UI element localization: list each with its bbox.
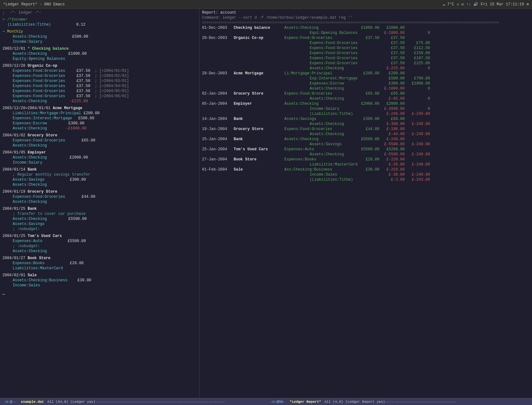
r2-row7: Assets:Checking £-225.00 0 xyxy=(202,66,529,71)
r2-row3: Expens:Food:Groceries £37.50 £112.50 xyxy=(202,46,529,51)
tx1-header: 2003/12/01 * Checking balance xyxy=(3,46,197,51)
tx10-header: 2004/01/27 Book Store xyxy=(3,256,197,261)
r10-row2: Liabilitie:MasterCard £-20.00 £-240.00 xyxy=(202,162,529,167)
ledger-header: ; -*- ledger -*- xyxy=(3,10,197,15)
email-icon[interactable]: ✉ xyxy=(461,2,464,7)
tx8-nobudget: ; :nobudget: xyxy=(3,227,197,232)
tx11-header: 2004/02/01 Sale xyxy=(3,273,197,278)
tx11-business: Assets:Checking:Business£30.00 xyxy=(3,278,197,283)
r11-row3: (Liabilities:Tithe) £-3.60 £-243.60 xyxy=(202,177,529,182)
tx2-g1: Expenses:Food:Groceries£37.50 ; [=2004/0… xyxy=(3,68,197,73)
monthly-section: ~ Monthly xyxy=(3,29,197,34)
r9-row1: 25-Jan-2004Tom's Used Cars Expenses:Auto… xyxy=(202,147,529,152)
separator: ========================================… xyxy=(202,20,529,25)
statusbar-right: -U:@%%- *Ledger Report* All (4,0) (Ledge… xyxy=(263,400,529,404)
tx2-g6: Expenses:Food:Groceries£37.50 ; [=2004/0… xyxy=(3,94,197,99)
income-section: = /^Income/ xyxy=(3,17,197,22)
tx5-header: 2004/01/05 Employer xyxy=(3,150,197,155)
window-title: *Ledger Report* - GNU Emacs xyxy=(3,2,65,7)
tx1-checking: Assets:Checking£1000.00 xyxy=(3,51,197,56)
r7-row2: Assets:Checking £-44.00 £-240.00 xyxy=(202,132,529,137)
tx2-g5: Expenses:Food:Groceries£37.50 ; [=2004/0… xyxy=(3,89,197,94)
r3-row4: Assets:Checking £-1000.00 0 xyxy=(202,86,529,91)
r2-row2: Expens:Food:Groceries £37.50 £75.00 xyxy=(202,40,529,46)
weather-display: ☁ 7°C xyxy=(443,2,454,7)
r4-row1: 02-Jan-2004Grocery Store Expens:Food:Gro… xyxy=(202,91,529,96)
tx6-checking: Assets:Checking xyxy=(3,182,197,187)
r10-row1: 27-Jan-2004Book Store Expenses:Books £20… xyxy=(202,157,529,162)
mode-left: -U:@-- xyxy=(3,400,18,404)
tx3-escrow: Expenses:Escrow£300.00 xyxy=(3,121,197,126)
r2-row5: Expens:Food:Groceries £37.50 £187.50 xyxy=(202,56,529,61)
right-pane: Report: account Command: ledger --sort d… xyxy=(200,9,532,398)
r7-row1: 19-Jan-2004Grocery Store Expens:Food:Gro… xyxy=(202,127,529,132)
tx6-savings: Assets:Savings£300.00 xyxy=(3,177,197,182)
tx2-header: 2003/12/20 Organic Co-op xyxy=(3,63,197,68)
r11-row1: 01-Feb-2004Sale Ass:Checking:Business £3… xyxy=(202,167,529,172)
tx3-checking: Assets:Checking-£1000.00 xyxy=(3,126,197,131)
command-line: Command: ledger --sort d -f /home/borbus… xyxy=(202,15,529,20)
tx9-nobudget: ; :nobudget: xyxy=(3,244,197,249)
tx9-checking: Assets:Checking xyxy=(3,249,197,254)
tx8-checking: Assets:Checking£5500.00 xyxy=(3,216,197,221)
r9-row2: Assets:Checking £-5500.00 £-240.00 xyxy=(202,152,529,157)
r2-row4: Expens:Food:Groceries £37.50 £150.00 xyxy=(202,51,529,56)
tx10-mastercard: Liabilities:MasterCard xyxy=(3,266,197,271)
position-right: All (4,0) (Ledger Report yas)-----------… xyxy=(324,400,456,404)
r3-row2: Exp:Interest:Mortgage £500.00 £700.00 xyxy=(202,76,529,81)
statusbar-left: -U:@-- example.dat All (64,0) (Ledger ya… xyxy=(3,400,263,404)
r2-row1: 20-Dec-2003Organic Co-op Expens:Food:Gro… xyxy=(202,35,529,40)
report-label: Report: account xyxy=(202,10,529,15)
r8-row2: Assets:Savings £-5500.00 £-240.00 xyxy=(202,142,529,147)
tx2-g4: Expenses:Food:Groceries£37.50 ; [=2004/0… xyxy=(3,84,197,89)
tx8-savings: Assets:Savings xyxy=(3,221,197,227)
tx2-checking: Assets:Checking-£225.00 xyxy=(3,99,197,104)
r5-row1: 05-Jan-2004Employer Assets:Checking £200… xyxy=(202,101,529,106)
r11-row2: Income:Sales £-30.00 £-240.00 xyxy=(202,172,529,177)
mode-right: -U:@%%- xyxy=(269,400,286,404)
tx2-g3: Expenses:Food:Groceries£37.50 ; [=2004/0… xyxy=(3,78,197,84)
refresh-icon[interactable]: ↺ xyxy=(457,2,459,7)
r1-row2: Equi:Opening Balances £-1000.00 0 xyxy=(202,30,529,35)
title-bar: *Ledger Report* - GNU Emacs ☁ 7°C ↺ ✉ ↑↓… xyxy=(0,0,532,9)
r8-row1: 25-Jan-2004Bank Assets:Checking £5500.00… xyxy=(202,137,529,142)
tx3-interest: Expenses:Interest:Mortgage£500.00 xyxy=(3,116,197,121)
r3-row1: 28-Dec-2003Acme Mortgage Li:Mortgage:Pri… xyxy=(202,71,529,76)
tx6-header: 2004/01/14 Bank xyxy=(3,167,197,172)
tx3-mortgage: Liabilities:Mortgage:Principal£200.00 xyxy=(3,111,197,116)
r5-row2: Income:Salary £-2000.00 0 xyxy=(202,106,529,111)
network-icon: ↑↓ xyxy=(466,2,471,7)
monthly-checking: Assets:Checking£500.00 xyxy=(3,34,197,39)
tx8-header: 2004/01/25 Bank xyxy=(3,206,197,211)
tx4-groceries: Expenses:Food:Groceries£65.00 xyxy=(3,138,197,143)
volume-icon: 🔊 xyxy=(473,2,478,7)
tx7-header: 2004/01/19 Grocery Store xyxy=(3,189,197,194)
tx7-groceries: Expenses:Food:Groceries£44.00 xyxy=(3,194,197,199)
datetime-display: Fri 15 Mar 17:11:19 xyxy=(481,2,524,7)
r5-row3: (Liabilities:Tithe) £-240.00 £-240.00 xyxy=(202,111,529,116)
tx9-header: 2004/01/25 Tom's Used Cars xyxy=(3,234,197,239)
report-filename: *Ledger Report* xyxy=(288,400,322,404)
tx4-header: 2004/01/02 Grocery Store xyxy=(3,133,197,138)
tx4-checking: Assets:Checking xyxy=(3,143,197,148)
tx6-comment: ; Regular monthly savings transfer xyxy=(3,172,197,177)
settings-icon[interactable]: ⚙ xyxy=(527,2,529,7)
left-pane: ; -*- ledger -*- = /^Income/ (Liabilitie… xyxy=(0,9,200,398)
tx11-sales: Income:Sales xyxy=(3,283,197,288)
status-bar: -U:@-- example.dat All (64,0) (Ledger ya… xyxy=(0,398,532,405)
filename: example.dat xyxy=(20,400,45,404)
tx9-auto: Expenses:Auto£5500.00 xyxy=(3,239,197,244)
tithe-line: (Liabilities:Tithe)0.12 xyxy=(3,22,197,27)
monthly-salary: Income:Salary xyxy=(3,39,197,44)
r4-row2: Assets:Checking £-65.00 0 xyxy=(202,96,529,101)
tx8-comment: ; Transfer to cover car purchase xyxy=(3,211,197,216)
tx10-books: Expenses:Books£20.00 xyxy=(3,261,197,266)
tx3-header: 2003/12/28=2004/01/01 Acme Mortgage xyxy=(3,106,197,111)
titlebar-right: ☁ 7°C ↺ ✉ ↑↓ 🔊 Fri 15 Mar 17:11:19 ⚙ xyxy=(443,2,529,7)
r6-row2: Assets:Checking £-300.00 £-240.00 xyxy=(202,122,529,127)
tx7-checking: Assets:Checking xyxy=(3,199,197,204)
r3-row3: Expenses:Escrow £300.00 £1000.00 xyxy=(202,81,529,86)
tx2-g2: Expenses:Food:Groceries£37.50 ; [=2004/0… xyxy=(3,73,197,78)
position-left: All (64,0) (Ledger yas)-----------------… xyxy=(47,400,225,404)
tx1-equity: Equity:Opening Balances xyxy=(3,56,197,61)
